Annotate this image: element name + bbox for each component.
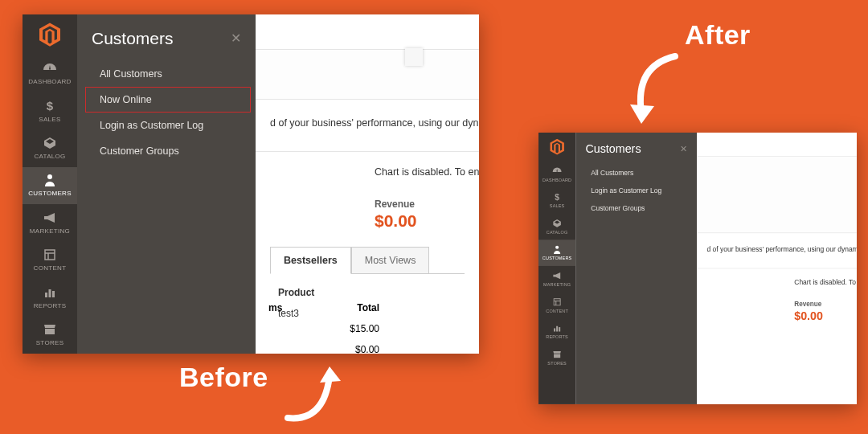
nav-label: CONTENT [34, 264, 67, 272]
person-icon [552, 245, 562, 254]
sidebar-item-dashboard[interactable]: DASHBOARD [23, 55, 77, 92]
sidebar-item-stores[interactable]: STORES [538, 345, 575, 371]
nav-label: DASHBOARD [28, 78, 71, 85]
nav-label: DASHBOARD [542, 177, 571, 182]
arrow-down-icon [625, 50, 690, 130]
flyout-item-login-log[interactable]: Login as Customer Log [581, 182, 694, 199]
flyout-item-login-log[interactable]: Login as Customer Log [85, 113, 251, 138]
header-band [256, 50, 479, 100]
sidebar-item-marketing[interactable]: MARKETING [538, 266, 575, 293]
blocks-icon [43, 248, 57, 261]
store-icon [552, 350, 562, 358]
megaphone-icon [552, 271, 562, 280]
nav-label: CUSTOMERS [542, 256, 571, 260]
sidebar-item-sales[interactable]: $SALES [538, 187, 575, 214]
sidebar-item-catalog[interactable]: CATALOG [538, 214, 575, 240]
svg-rect-2 [45, 250, 55, 260]
nav-label: CATALOG [34, 153, 65, 160]
flyout-item-all-customers[interactable]: All Customers [85, 61, 251, 87]
flyout-item-now-online[interactable]: Now Online [85, 87, 251, 113]
nav-label: MARKETING [543, 282, 571, 287]
arrow-up-icon [280, 362, 352, 426]
sidebar-item-stores[interactable]: STORES [23, 317, 77, 354]
sidebar-item-sales[interactable]: $ SALES [23, 92, 77, 129]
before-panel: DASHBOARD $ SALES CATALOG CUSTOMERS MARK… [23, 14, 479, 354]
before-label: Before [179, 362, 268, 393]
dashboard-description: d of your business' performance, using o… [697, 233, 857, 268]
svg-rect-14 [556, 326, 558, 331]
placeholder-square [405, 48, 423, 66]
svg-rect-6 [49, 289, 51, 297]
nav-label: STORES [36, 339, 64, 346]
svg-rect-7 [52, 291, 55, 297]
magento-logo [538, 133, 575, 161]
header-band [697, 157, 857, 233]
flyout-item-customer-groups[interactable]: Customer Groups [581, 199, 694, 217]
store-icon [43, 323, 57, 336]
sidebar-item-dashboard[interactable]: DASHBOARD [538, 161, 575, 187]
after-panel: DASHBOARD $SALES CATALOG CUSTOMERS MARKE… [538, 133, 857, 404]
close-icon[interactable]: ✕ [231, 32, 241, 45]
totals-table: ms Total $15.00 $0.00 [256, 297, 400, 354]
nav-label: CONTENT [546, 309, 568, 313]
nav-label: CUSTOMERS [28, 190, 72, 197]
sidebar-item-customers[interactable]: CUSTOMERS [538, 240, 575, 266]
svg-text:$: $ [47, 100, 54, 113]
blocks-icon [552, 297, 562, 306]
top-bar [256, 14, 479, 50]
nav-label: STORES [547, 361, 567, 366]
cube-icon [43, 137, 57, 149]
sidebar-item-marketing[interactable]: MARKETING [23, 204, 77, 241]
dashboard-icon [552, 166, 562, 175]
flyout-title: Customers [585, 142, 641, 155]
metrics-area: Chart is disabled. To enable Revenue $0.… [256, 152, 479, 237]
revenue-label: Revenue [270, 199, 465, 210]
megaphone-icon [43, 211, 57, 224]
svg-rect-10 [554, 298, 560, 305]
revenue-value: $0.00 [706, 309, 846, 322]
top-bar [697, 133, 857, 157]
svg-point-9 [555, 245, 559, 248]
chart-disabled-note: Chart is disabled. To e [706, 279, 846, 287]
sidebar-item-reports[interactable]: REPORTS [23, 279, 77, 316]
sidebar-item-customers[interactable]: CUSTOMERS [23, 167, 77, 204]
sidebar-item-content[interactable]: CONTENT [23, 242, 77, 279]
flyout-item-customer-groups[interactable]: Customer Groups [85, 138, 251, 164]
after-label: After [685, 19, 751, 51]
chart-disabled-note: Chart is disabled. To enable [270, 166, 465, 178]
flyout-header: Customers ✕ [575, 138, 697, 165]
column-header-items: ms [268, 302, 282, 313]
close-icon[interactable]: ✕ [680, 145, 687, 154]
admin-sidebar: DASHBOARD $SALES CATALOG CUSTOMERS MARKE… [538, 133, 575, 404]
customers-flyout: Customers ✕ All Customers Login as Custo… [575, 133, 697, 404]
metrics-area: Chart is disabled. To e Revenue $0.00 [697, 268, 857, 326]
admin-sidebar: DASHBOARD $ SALES CATALOG CUSTOMERS MARK… [23, 14, 77, 354]
dollar-icon: $ [43, 100, 57, 113]
nav-label: REPORTS [34, 302, 67, 309]
sidebar-item-catalog[interactable]: CATALOG [23, 129, 77, 166]
dashboard-content: d of your business' performance, using o… [697, 133, 857, 404]
total-cell: $15.00 [350, 323, 379, 334]
sidebar-item-content[interactable]: CONTENT [538, 293, 575, 319]
total-cell: $0.00 [355, 344, 379, 354]
tab-bestsellers[interactable]: Bestsellers [270, 247, 351, 274]
svg-text:$: $ [555, 192, 559, 201]
svg-rect-13 [554, 328, 555, 331]
magento-logo [23, 14, 77, 55]
flyout-item-all-customers[interactable]: All Customers [581, 164, 694, 182]
sidebar-item-reports[interactable]: REPORTS [538, 318, 575, 345]
revenue-value: $0.00 [270, 211, 465, 231]
cube-icon [552, 219, 562, 227]
nav-label: MARKETING [30, 227, 70, 235]
nav-label: REPORTS [546, 334, 568, 339]
nav-label: CATALOG [547, 230, 568, 235]
chart-icon [43, 286, 57, 299]
chart-icon [552, 324, 562, 333]
nav-label: SALES [550, 203, 565, 208]
person-icon [43, 174, 57, 186]
customers-flyout: Customers ✕ All Customers Now Online Log… [77, 14, 256, 354]
tab-most-viewed[interactable]: Most Views [351, 247, 430, 274]
column-header-total: Total [357, 302, 379, 313]
flyout-title: Customers [92, 29, 174, 48]
svg-rect-15 [559, 327, 560, 331]
